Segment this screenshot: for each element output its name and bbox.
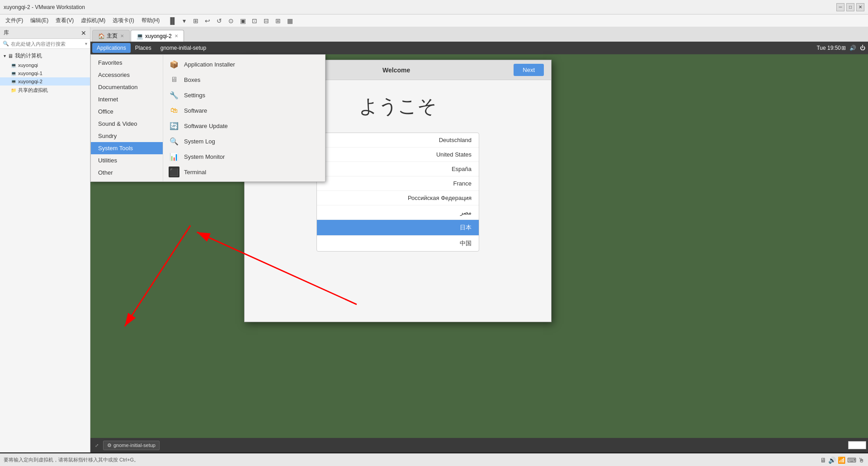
- app-sysmonitor[interactable]: 📊 System Monitor: [163, 149, 325, 164]
- power-icon[interactable]: ⏻: [859, 44, 866, 52]
- network-icon[interactable]: ⊞: [840, 44, 847, 52]
- lang-us[interactable]: United States: [317, 147, 479, 162]
- tab-home-close[interactable]: ✕: [120, 33, 124, 38]
- lang-japan[interactable]: 日本: [317, 220, 479, 236]
- app-syslog[interactable]: 🔍 System Log: [163, 133, 325, 149]
- sound-icon[interactable]: 🔊: [849, 44, 857, 52]
- next-button[interactable]: Next: [514, 64, 544, 76]
- status-icon-1[interactable]: 🖥: [820, 456, 826, 464]
- tab-home-label: 主页: [107, 32, 118, 40]
- taskbar-resize-icon[interactable]: ⤢: [92, 441, 101, 450]
- cat-office[interactable]: Office: [91, 105, 163, 118]
- toolbar-stats-icon[interactable]: ▦: [284, 15, 295, 26]
- lang-deutschland[interactable]: Deutschland: [317, 133, 479, 147]
- tree-item-label-2: xuyongqi-1: [18, 71, 42, 76]
- toolbar-dropdown-icon[interactable]: ▾: [179, 15, 189, 26]
- vm-icon-2: 💻: [11, 71, 16, 76]
- toolbar-pause-icon[interactable]: ↩: [202, 15, 213, 26]
- minimize-button[interactable]: ─: [836, 3, 844, 11]
- tab-vm-close[interactable]: ✕: [175, 33, 178, 38]
- toolbar-fit-icon[interactable]: ⊡: [249, 15, 260, 26]
- cat-system-tools[interactable]: System Tools: [91, 142, 163, 154]
- toolbar-send-icon[interactable]: ⊞: [190, 15, 201, 26]
- close-button[interactable]: ✕: [856, 3, 864, 11]
- taskbar-task-setup[interactable]: ⚙ gnome-initial-setup: [103, 441, 160, 450]
- shared-icon: 📁: [11, 88, 16, 93]
- menu-edit[interactable]: 编辑(E): [27, 17, 52, 24]
- app-software-icon: 🛍: [169, 105, 179, 116]
- menu-view[interactable]: 查看(V): [52, 17, 77, 24]
- gnome-menu-applications[interactable]: Applications: [92, 43, 131, 53]
- toolbar-stretch-icon[interactable]: ⊟: [261, 15, 272, 26]
- tree-root[interactable]: ▾ 🖥 我的计算机: [0, 51, 90, 61]
- tab-vm[interactable]: 💻 xuyongqi-2 ✕: [131, 30, 184, 42]
- lang-france[interactable]: France: [317, 176, 479, 191]
- tree-item-shared[interactable]: 📁 共享的虚拟机: [0, 86, 90, 95]
- toolbar-usb-icon[interactable]: ⊞: [273, 15, 283, 26]
- app-syslog-icon: 🔍: [169, 136, 179, 147]
- statusbar-icons: 🖥 🔊 📶 ⌨ 🖱: [820, 456, 864, 464]
- close-panel-icon[interactable]: ✕: [81, 29, 86, 37]
- app-settings-label: Settings: [184, 92, 205, 99]
- search-dropdown-icon[interactable]: ▾: [85, 41, 87, 46]
- app-sysmonitor-icon: 📊: [169, 151, 179, 162]
- library-label: 库: [4, 29, 9, 37]
- toolbar-fullscreen-icon[interactable]: ▣: [237, 15, 248, 26]
- search-input[interactable]: [11, 41, 85, 47]
- app-software-update-label: Software Update: [184, 123, 228, 129]
- computer-icon: 🖥: [8, 53, 13, 59]
- tree-item-xuyongqi-1[interactable]: 💻 xuyongqi-1: [0, 69, 90, 77]
- vm-icon-3: 💻: [11, 79, 16, 84]
- menu-help[interactable]: 帮助(H): [138, 17, 164, 24]
- taskbar-right: [848, 441, 866, 449]
- cat-documentation[interactable]: Documentation: [91, 81, 163, 93]
- app-software-update[interactable]: 🔄 Software Update: [163, 118, 325, 133]
- app-settings[interactable]: 🔧 Settings: [163, 87, 325, 103]
- menu-tab[interactable]: 选项卡(I): [109, 17, 137, 24]
- maximize-button[interactable]: □: [846, 3, 854, 11]
- apps-list: 📦 Application Installer 🖥 Boxes 🔧 Settin…: [163, 55, 325, 181]
- app-boxes-label: Boxes: [184, 76, 200, 83]
- cat-internet[interactable]: Internet: [91, 93, 163, 105]
- toolbar-bar-icon[interactable]: ▐▌: [167, 15, 178, 26]
- lang-russia[interactable]: Российская Федерация: [317, 191, 479, 205]
- tab-home[interactable]: 🏠 主页 ✕: [92, 30, 130, 42]
- toolbar-stop-icon[interactable]: ↺: [214, 15, 225, 26]
- cat-favorites[interactable]: Favorites: [91, 57, 163, 69]
- cat-other[interactable]: Other: [91, 166, 163, 179]
- lang-egypt[interactable]: مصر: [317, 205, 479, 220]
- status-icon-3[interactable]: 📶: [838, 456, 845, 464]
- app-boxes[interactable]: 🖥 Boxes: [163, 72, 325, 87]
- cat-accessories[interactable]: Accessories: [91, 69, 163, 81]
- task-label: gnome-initial-setup: [113, 442, 156, 448]
- vmware-menubar: 文件(F) 编辑(E) 查看(V) 虚拟机(M) 选项卡(I) 帮助(H) ▐▌…: [0, 14, 868, 27]
- menu-vm[interactable]: 虚拟机(M): [77, 17, 109, 24]
- lang-spain[interactable]: España: [317, 162, 479, 176]
- gnome-menu-places[interactable]: Places: [131, 43, 156, 53]
- vmware-tabs: 🏠 主页 ✕ 💻 xuyongqi-2 ✕: [90, 27, 868, 42]
- tree-item-xuyongqi[interactable]: 💻 xuyongqi: [0, 61, 90, 69]
- app-sysmonitor-label: System Monitor: [184, 153, 225, 160]
- lang-china[interactable]: 中国: [317, 236, 479, 251]
- gnome-clock[interactable]: Tue 19:50: [816, 45, 841, 51]
- cat-sound-video[interactable]: Sound & Video: [91, 118, 163, 130]
- menu-file[interactable]: 文件(F): [2, 17, 27, 24]
- status-icon-5[interactable]: 🖱: [858, 456, 864, 464]
- gnome-menu-setup[interactable]: gnome-initial-setup: [156, 43, 211, 53]
- apps-dropdown: Favorites Accessories Documentation Inte…: [90, 54, 326, 182]
- app-software[interactable]: 🛍 Software: [163, 103, 325, 118]
- guest-taskbar: ⤢ ⚙ gnome-initial-setup: [90, 438, 868, 452]
- toolbar-snapshot-icon[interactable]: ⊙: [226, 15, 236, 26]
- tree-expand-icon: ▾: [4, 53, 6, 58]
- status-icon-4[interactable]: ⌨: [847, 456, 856, 464]
- cat-sundry[interactable]: Sundry: [91, 130, 163, 142]
- app-installer[interactable]: 📦 Application Installer: [163, 57, 325, 72]
- tree-root-label: 我的计算机: [15, 52, 42, 60]
- left-panel: 库 ✕ 🔍 ▾ ▾ 🖥 我的计算机 💻 xuyongqi 💻 xuyongqi-…: [0, 27, 90, 452]
- tree-section: ▾ 🖥 我的计算机 💻 xuyongqi 💻 xuyongqi-1 💻 xuyo…: [0, 49, 90, 97]
- tree-item-xuyongqi-2[interactable]: 💻 xuyongqi-2: [0, 77, 90, 86]
- app-software-update-icon: 🔄: [169, 120, 179, 131]
- status-icon-2[interactable]: 🔊: [828, 456, 836, 464]
- cat-utilities[interactable]: Utilities: [91, 154, 163, 166]
- app-terminal[interactable]: ⬛ Terminal: [163, 164, 325, 180]
